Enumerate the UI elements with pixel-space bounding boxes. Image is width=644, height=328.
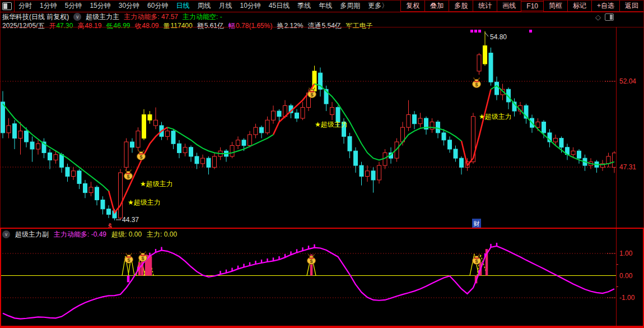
toolbar-button[interactable]: 多股 [449,0,473,12]
stock-title: 振华科技(日线 前复权) [2,12,69,22]
frame-left [0,0,1,328]
svg-text:1.00: 1.00 [619,250,633,257]
bull-energy: 主力动能多: 47.57 [124,12,178,22]
sub-indicator-chart[interactable]: 1.000.00-1.00$$$$ [0,229,644,328]
svg-text:52.04: 52.04 [619,77,636,85]
panel-layout-icon[interactable] [605,13,614,21]
toolbar-button[interactable]: 标记 [567,0,592,12]
svg-text:44.37: 44.37 [122,216,139,224]
main-indicator-name[interactable]: 超级主力主 [86,12,119,22]
svg-text:$: $ [310,258,312,264]
svg-text:★超级主力: ★超级主力 [140,180,173,188]
toolbar-button[interactable]: F10 [521,1,544,11]
period-tab[interactable]: 日线 [172,1,193,11]
stock-app-window: 分时1分钟5分钟15分钟30分钟60分钟日线周线月线10分钟45日线季线年线多周… [0,0,644,328]
svg-text:★超级主力: ★超级主力 [479,113,512,121]
corner-icons: ◇ [595,13,614,21]
svg-text:$: $ [139,154,142,160]
svg-text:54.80: 54.80 [490,33,507,41]
sub-field-super: 超级: 0.00 [111,230,142,239]
svg-text:★超级主力: ★超级主力 [128,198,161,206]
chevron-down-icon[interactable]: ∨ [73,13,81,21]
period-tab[interactable]: 分时 [15,1,36,11]
sub-indicator-name[interactable]: 超级主力副 [15,230,49,239]
frame-top [0,0,644,1]
period-tab[interactable]: 45日线 [265,1,293,11]
svg-text:ŝ: ŝ [108,222,112,228]
period-menu: 分时1分钟5分钟15分钟30分钟60分钟日线周线月线10分钟45日线季线年线多周… [15,0,392,12]
svg-text:财: 财 [474,220,480,227]
frame-under-toolbar [0,12,644,12]
period-tab[interactable]: 季线 [293,1,315,11]
panel-layout-icon-fill [610,15,613,20]
toolbar-button[interactable]: 统计 [473,0,497,12]
bear-energy: 主力动能空: - [183,12,222,22]
period-tab[interactable]: 多周期 [336,1,364,11]
period-tab[interactable]: 60分钟 [143,1,172,11]
diamond-icon[interactable]: ◇ [595,14,601,21]
toolbar-button[interactable]: 返回 [619,0,644,12]
svg-text:$: $ [127,174,129,179]
sub-field-main: 主力: 0.00 [147,230,177,239]
svg-text:$: $ [141,256,144,261]
period-tab[interactable]: 30分钟 [115,1,143,11]
toolbar-button[interactable]: +自选 [591,0,620,12]
frame-chart-top [0,27,644,27]
svg-text:$: $ [475,258,478,264]
svg-text:★超级主力: ★超级主力 [315,121,348,128]
action-menu: 复权叠加多股统计画线F10简框标记+自选返回 [401,0,644,12]
chart-header: 振华科技(日线 前复权) ∨ 超级主力主 主力动能多: 47.57 主力动能空:… [2,12,222,21]
period-tab[interactable]: 更多〉 [364,1,392,11]
period-tab[interactable]: 5分钟 [61,1,86,11]
svg-text:$: $ [310,92,313,98]
svg-text:0.00: 0.00 [619,272,633,280]
sub-indicator-header: ∨ 超级主力副 主力动能多: -0.49 超级: 0.00 主力: 0.00 [2,230,177,239]
svg-text:$: $ [127,257,130,263]
svg-text:-1.00: -1.00 [619,294,635,302]
chevron-down-icon-sub[interactable]: ∨ [2,230,10,238]
period-tab[interactable]: 1分钟 [36,1,61,11]
toolbar-button[interactable]: 简框 [543,0,568,12]
period-tab[interactable]: 10分钟 [236,1,264,11]
svg-text:$: $ [475,82,478,87]
window-icon-fill [3,3,7,9]
top-toolbar: 分时1分钟5分钟15分钟30分钟60分钟日线周线月线10分钟45日线季线年线多周… [0,0,644,12]
period-tab[interactable]: 年线 [315,1,336,11]
toolbar-button[interactable]: 复权 [400,0,425,12]
toolbar-button[interactable]: 叠加 [424,0,449,12]
window-icon[interactable] [2,2,12,10]
period-tab[interactable]: 周线 [193,1,214,11]
period-tab[interactable]: 15分钟 [86,1,114,11]
svg-text:47.31: 47.31 [619,163,636,171]
axis-divider [616,27,617,327]
main-price-chart[interactable]: 52.0447.31$$$$★超级主力★超级主力★超级主力★超级主力54.804… [0,27,644,228]
period-tab[interactable]: 月线 [214,1,236,11]
toolbar-button[interactable]: 画线 [497,0,521,12]
sub-field-energy: 主力动能多: -0.49 [54,230,106,239]
